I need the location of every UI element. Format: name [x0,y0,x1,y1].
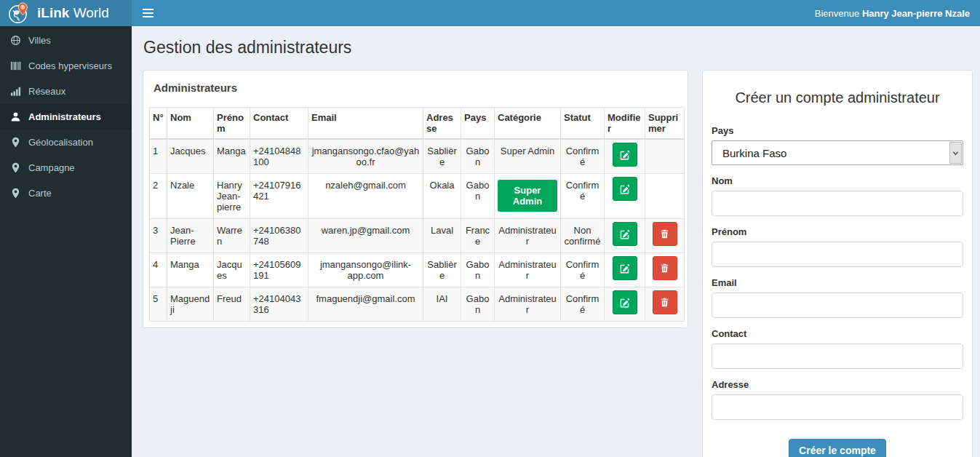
edit-button[interactable] [613,177,637,201]
column-header-modifier: Modifier [605,108,645,140]
cell-statut: Confirmé [561,253,605,287]
cell-contact: +24107916421 [250,174,308,219]
cell-contact: +24106380748 [250,219,308,253]
prenom-input[interactable] [712,242,963,267]
ilink-world-logo-icon: $ [7,2,30,25]
cell-supprimer [645,253,685,287]
trash-icon [660,229,669,239]
cell-supprimer [645,174,685,219]
sidebar-item-geolocalisation[interactable]: Géolocalisation [0,130,132,155]
cell-nom: Maguendji [167,287,214,322]
column-header-email: Email [308,108,423,140]
contact-input[interactable] [712,343,963,369]
welcome-message: Bienvenue Hanry Jean-pierre Nzale [815,8,980,19]
table-row: 3 Jean-Pierre Warren +24106380748 waren.… [150,219,685,253]
cell-pays: France [461,219,495,253]
create-admin-panel: Créer un compte administrateur Pays Burk… [702,70,973,457]
email-input[interactable] [712,293,963,318]
cell-no: 2 [150,174,167,219]
table-header-row: N° Nom Prénom Contact Email Adresse Pays… [150,108,685,140]
cell-supprimer [645,219,685,253]
pays-select[interactable]: Burkina Faso [712,140,963,165]
field-pays: Pays Burkina Faso [712,125,963,165]
form-title: Créer un compte administrateur [712,90,963,106]
edit-button[interactable] [613,290,637,314]
categorie-value: Administrateur [498,259,556,281]
cell-no: 3 [150,219,167,253]
delete-button[interactable] [653,256,677,280]
cell-categorie: Administrateur [495,219,561,253]
column-header-pays: Pays [461,108,495,140]
cell-adresse: Sablière [423,253,461,287]
cell-email: fmaguendji@gmail.com [308,287,423,322]
categorie-value: Super Admin [501,146,554,156]
cell-no: 4 [150,253,167,287]
sidebar-item-reseaux[interactable]: Réseaux [0,79,132,104]
column-header-contact: Contact [250,108,308,140]
categorie-value: Super Admin [498,180,557,212]
page-title: Gestion des administrateurs [143,38,973,57]
table-row: 4 Manga Jacques +24105609191 jmangansong… [150,253,685,287]
cell-statut: Confirmé [561,139,605,174]
cell-modifier [605,253,645,287]
sidebar-item-codes-hyperviseurs[interactable]: Codes hyperviseurs [0,53,132,79]
cell-contact: +24105609191 [250,253,308,287]
sidebar-nav: Villes Codes hyperviseurs Réseaux Admini… [0,26,132,457]
map-marker-icon [10,188,21,199]
adresse-label: Adresse [712,379,963,390]
trash-icon [660,298,669,307]
panel-title: Administrateurs [149,76,682,107]
adresse-input[interactable] [712,394,963,420]
brand-logo-area[interactable]: $ iLink World [0,0,132,26]
cell-prenom: Jacques [214,253,250,287]
cell-no: 5 [150,287,167,322]
cell-prenom: Freud [214,287,250,322]
cell-email: jmangansongo@ilink-app.com [308,253,423,287]
cell-adresse: IAI [423,287,461,322]
create-account-button[interactable]: Créer le compte [789,439,886,457]
map-marker-icon [10,137,21,148]
delete-button[interactable] [653,290,677,314]
trash-icon [660,263,669,273]
cell-email: waren.jp@gmail.com [308,219,423,253]
sidebar-item-administrateurs[interactable]: Administrateurs [0,104,132,130]
prenom-label: Prénom [712,226,963,237]
sidebar-item-campagne[interactable]: Campagne [0,155,132,180]
cell-statut: Confirmé [561,287,605,322]
edit-icon [620,298,630,308]
cell-categorie: Administrateur [495,287,561,322]
cell-nom: Manga [167,253,214,287]
edit-button[interactable] [613,256,637,280]
cell-adresse: Okala [423,174,461,219]
edit-icon [620,263,630,274]
cell-pays: Gabon [461,287,495,322]
cell-email: nzaleh@gmail.com [308,174,423,219]
cell-supprimer [645,287,685,322]
edit-icon [620,229,630,239]
cell-contact: +24104848100 [250,139,308,174]
cell-adresse: Laval [423,219,461,253]
cell-statut: Confirmé [561,174,605,219]
cell-email: jmangansongo.cfao@yahoo.fr [308,139,423,174]
cell-contact: +24104043316 [250,287,308,322]
contact-label: Contact [712,328,963,339]
main-content: Gestion des administrateurs Administrate… [132,26,980,457]
cell-categorie: Super Admin [495,174,561,219]
cell-prenom: Hanry Jean-pierre [214,174,250,219]
cell-categorie: Administrateur [495,253,561,287]
cell-pays: Gabon [461,253,495,287]
cell-pays: Gabon [461,174,495,219]
bar-chart-icon [10,86,21,97]
nom-label: Nom [712,175,963,186]
edit-button[interactable] [613,222,637,246]
cell-no: 1 [150,139,167,174]
delete-button[interactable] [653,222,677,246]
nom-input[interactable] [712,191,963,216]
edit-button[interactable] [613,143,637,167]
sidebar-toggle-button[interactable] [132,0,164,26]
cell-nom: Jacques [167,139,214,174]
cell-prenom: Warren [214,219,250,253]
edit-icon [620,150,630,160]
sidebar-item-carte[interactable]: Carte [0,180,132,206]
sidebar-item-villes[interactable]: Villes [0,28,132,53]
